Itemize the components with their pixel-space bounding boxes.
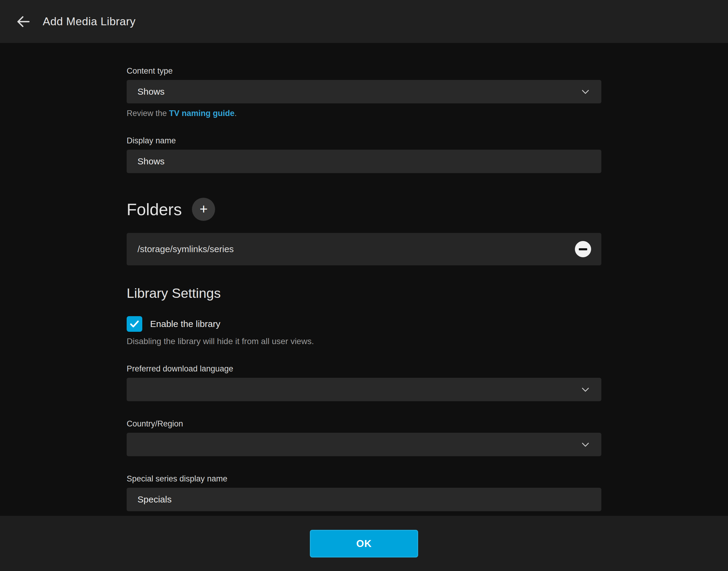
- enable-library-row[interactable]: Enable the library: [127, 316, 601, 332]
- chevron-down-icon: [580, 439, 590, 450]
- arrow-left-icon: [15, 13, 31, 30]
- content-type-group: Content type Shows Review the TV naming …: [127, 67, 601, 118]
- plus-icon: +: [199, 202, 207, 216]
- helper-suffix: .: [235, 109, 237, 118]
- tv-naming-guide-link[interactable]: TV naming guide: [169, 109, 235, 118]
- chevron-down-icon: [580, 87, 590, 97]
- country-region-select[interactable]: [127, 433, 601, 456]
- special-series-label: Special series display name: [127, 474, 601, 483]
- content-type-value: Shows: [138, 87, 165, 97]
- chevron-down-icon: [580, 384, 590, 394]
- display-name-input[interactable]: [127, 150, 601, 173]
- ok-button[interactable]: OK: [310, 530, 418, 558]
- remove-folder-button[interactable]: [575, 241, 591, 257]
- content-type-select[interactable]: Shows: [127, 80, 601, 103]
- folder-list-item: /storage/symlinks/series: [127, 233, 601, 265]
- app-header: Add Media Library: [0, 0, 728, 43]
- folders-header: Folders +: [127, 198, 601, 221]
- country-region-group: Country/Region: [127, 419, 601, 456]
- library-settings-heading: Library Settings: [127, 286, 601, 301]
- enable-library-helper: Disabling the library will hide it from …: [127, 337, 601, 346]
- preferred-language-select[interactable]: [127, 378, 601, 401]
- helper-prefix: Review the: [127, 109, 169, 118]
- content-type-label: Content type: [127, 67, 601, 76]
- checkmark-icon: [129, 318, 140, 330]
- preferred-language-group: Preferred download language: [127, 364, 601, 401]
- enable-library-checkbox[interactable]: [127, 316, 142, 332]
- content-type-helper: Review the TV naming guide.: [127, 109, 601, 118]
- preferred-language-label: Preferred download language: [127, 364, 601, 373]
- special-series-group: Special series display name: [127, 474, 601, 511]
- add-folder-button[interactable]: +: [192, 198, 215, 221]
- display-name-group: Display name: [127, 136, 601, 173]
- country-region-label: Country/Region: [127, 419, 601, 429]
- display-name-label: Display name: [127, 136, 601, 145]
- folder-path: /storage/symlinks/series: [138, 244, 234, 254]
- back-button[interactable]: [13, 11, 34, 32]
- enable-library-label: Enable the library: [150, 319, 220, 329]
- add-library-form: Content type Shows Review the TV naming …: [0, 43, 728, 516]
- page-title: Add Media Library: [43, 15, 136, 28]
- dialog-footer: OK: [0, 516, 728, 571]
- special-series-input[interactable]: [127, 488, 601, 511]
- folders-heading: Folders: [127, 200, 182, 219]
